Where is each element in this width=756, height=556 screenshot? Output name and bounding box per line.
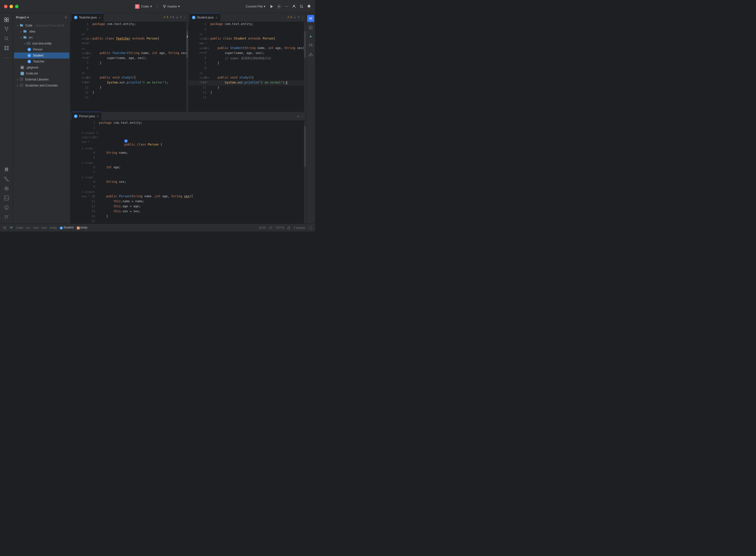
person-scrollbar[interactable] [304, 121, 306, 223]
git-bottom-icon[interactable] [2, 212, 11, 221]
branch-selector[interactable]: master ▾ [163, 4, 180, 8]
statusbar-expand-icon[interactable] [309, 226, 312, 230]
statusbar-encoding[interactable]: UTF-8 [275, 226, 284, 230]
structure-icon[interactable] [2, 174, 11, 183]
svg-rect-16 [5, 179, 7, 180]
run-left-icon[interactable] [2, 184, 11, 193]
minimize-button[interactable] [9, 5, 13, 8]
right-panel-extra-icon[interactable] [307, 51, 314, 58]
breadcrumb-test[interactable]: test [42, 226, 46, 230]
svg-point-2 [293, 5, 295, 6]
close-button[interactable] [4, 5, 7, 8]
right-panel-copilot-icon[interactable]: ✦ [307, 33, 314, 40]
editor-area: C Teatcher.java ✕ ⋮ ⚠ 3 ✓ 1 ▲ ▼ [70, 13, 306, 223]
svg-rect-37 [20, 84, 23, 86]
statusbar-line-ending[interactable]: LF [269, 226, 273, 230]
statusbar-line-col[interactable]: 10:43 [259, 226, 266, 230]
hint-row-person-4: 1 usage [70, 146, 98, 151]
tree-item-label: src [29, 36, 33, 39]
teatcher-code-editor[interactable]: 1 package com.test.entity; 2 no usages n… [70, 22, 188, 111]
tab-teatcher[interactable]: C Teatcher.java ✕ [71, 13, 103, 22]
chevron-right-icon: ▸ [17, 84, 18, 87]
breadcrumb-com[interactable]: com [33, 226, 39, 230]
plugins-icon[interactable] [2, 43, 11, 53]
run-gutter-icon[interactable]: ▶ [124, 139, 128, 143]
tree-item-person[interactable]: C Person [14, 46, 69, 53]
bookmarks-icon[interactable] [2, 165, 11, 174]
text-cursor [286, 81, 287, 84]
tree-item-idea[interactable]: ▸ .idea [14, 29, 69, 35]
breadcrumb-entity[interactable]: entity [50, 226, 57, 230]
tree-item-label: com.test.entity [32, 42, 51, 45]
breadcrumb-code[interactable]: Code [16, 226, 23, 230]
tab-close-icon[interactable]: ✕ [99, 16, 101, 19]
nav-up-student-icon[interactable]: ▲ [294, 16, 296, 19]
breadcrumb-src[interactable]: src [26, 226, 30, 230]
git-icon[interactable] [2, 25, 11, 34]
current-file-selector[interactable]: Current File ▾ [246, 4, 266, 8]
search-icon[interactable] [300, 4, 304, 9]
tree-item-scratches[interactable]: ▸ Scratches and Consoles [14, 82, 69, 89]
sidebar-gear-icon[interactable]: ⚙ [65, 16, 67, 19]
tab-more-icon[interactable]: ⋮ [181, 16, 188, 19]
nav-down-icon[interactable]: ▼ [180, 16, 182, 19]
statusbar-indent[interactable]: 4 spaces [294, 226, 306, 230]
gitignore-icon: ⊘ [21, 66, 24, 69]
tab-close-person-icon[interactable]: ✕ [97, 115, 99, 118]
titlebar-action-icons: ⋯ [270, 4, 311, 9]
person-code-lines: 1 package com.test.entity; 2 2 usages 2 … [70, 121, 306, 223]
right-panel-collab-icon[interactable] [307, 42, 314, 49]
right-panel-ai-icon[interactable]: AI [307, 15, 314, 22]
tree-item-src[interactable]: ▾ src [14, 35, 69, 40]
nav-up-icon[interactable]: ▲ [176, 16, 178, 19]
tree-item-teatcher[interactable]: C Teatcher [14, 59, 69, 65]
tree-item-package[interactable]: ▾ com.test.entity [14, 40, 69, 46]
tree-item-student[interactable]: C Student [14, 53, 69, 59]
svg-rect-50 [288, 228, 290, 229]
code-line-13: 13 [70, 96, 188, 101]
tree-item-gitignore[interactable]: ⊘ .gitignore [14, 65, 69, 70]
problems-icon[interactable] [2, 203, 11, 212]
tree-item-label: Teatcher [33, 60, 44, 63]
editor-pane-teatcher: C Teatcher.java ✕ ⋮ ⚠ 3 ✓ 1 ▲ ▼ [70, 13, 188, 111]
chevron-down-icon: ▾ [17, 24, 18, 27]
s-code-line-8: 8 [188, 66, 306, 71]
hint-row-teatcher-9: no usages new * [70, 71, 92, 75]
project-tree-icon[interactable] [2, 15, 11, 24]
teatcher-scrollbar[interactable] [186, 22, 188, 111]
maximize-button[interactable] [15, 5, 19, 8]
tab-person[interactable]: C Person.java ✕ [71, 112, 102, 121]
account-icon[interactable] [292, 4, 296, 9]
student-scrollbar[interactable] [304, 22, 306, 111]
project-title[interactable]: Project ▾ [16, 16, 29, 19]
tab-more-student-icon[interactable]: ⋮ [299, 16, 306, 19]
more-options-icon[interactable]: ⋯ [284, 4, 288, 9]
tab-close-student-icon[interactable]: ✕ [215, 16, 217, 19]
app-title[interactable]: C Code ▾ [135, 4, 152, 9]
terminal-icon[interactable] [2, 194, 11, 203]
statusbar-gear-icon[interactable] [3, 226, 6, 230]
tab-student[interactable]: C Student.java ✕ [190, 13, 220, 22]
breadcrumb-study[interactable]: mstudy [77, 226, 88, 230]
code-line-12: 12 } [70, 91, 188, 96]
notifications-icon[interactable] [307, 4, 311, 9]
settings-icon[interactable] [277, 4, 281, 9]
statusbar-check-icon[interactable] [9, 226, 13, 230]
tree-item-code-root[interactable]: ▾ Code ~/Desktop/CS/JavaSE基 [14, 23, 69, 29]
right-panel-db-icon[interactable] [307, 24, 314, 31]
nav-down-student-icon[interactable]: ▼ [298, 16, 300, 19]
hint-row-student-4: no usages new * [188, 41, 209, 46]
person-code-editor[interactable]: 1 package com.test.entity; 2 2 usages 2 … [70, 121, 306, 223]
run-icon[interactable] [270, 4, 274, 9]
tree-item-external-libraries[interactable]: ▸ External Libraries [14, 76, 69, 82]
more-left-icon[interactable]: ⋯ [2, 53, 11, 62]
ext-libs-icon [20, 77, 23, 82]
statusbar-read-only-icon[interactable] [287, 226, 290, 230]
svg-rect-12 [7, 46, 9, 48]
breadcrumb-student[interactable]: CStudent [60, 226, 73, 230]
student-code-editor[interactable]: 1 package com.test.entity; 2 no usages n… [188, 22, 306, 111]
warning-count-student: ⚠ 3 [287, 15, 292, 19]
tree-item-code-iml[interactable]: i Code.iml [14, 70, 69, 76]
tab-more-person-icon[interactable]: ⋮ [299, 114, 306, 118]
search-left-icon[interactable] [2, 34, 11, 43]
